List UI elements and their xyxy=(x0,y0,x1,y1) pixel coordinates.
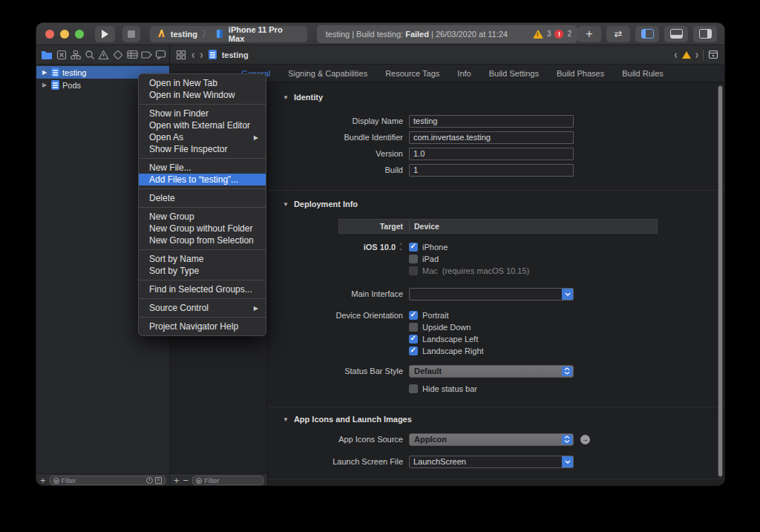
navigator-toggle-button[interactable] xyxy=(635,26,659,42)
debug-navigator-icon[interactable] xyxy=(127,47,138,62)
launch-screen-file-combo[interactable]: LaunchScreen xyxy=(409,456,574,468)
close-window-button[interactable] xyxy=(45,30,54,39)
menu-item-source-control[interactable]: Source Control▶ xyxy=(139,302,266,314)
hide-status-bar-checkbox-row[interactable]: Hide status bar xyxy=(409,383,477,395)
test-navigator-icon[interactable] xyxy=(113,47,124,62)
portrait-checkbox-row[interactable]: Portrait xyxy=(409,309,484,321)
landscape-left-checkbox-row[interactable]: Landscape Left xyxy=(409,333,484,345)
checkbox-checked-icon[interactable] xyxy=(409,243,418,252)
tab-signing-capabilities[interactable]: Signing & Capabilities xyxy=(288,69,367,78)
app-icons-section-header[interactable]: ▼ App Icons and Launch Images xyxy=(268,415,724,424)
add-file-button[interactable]: + xyxy=(40,476,46,485)
disclosure-triangle-icon[interactable]: ▶ xyxy=(42,82,48,88)
version-input[interactable]: 1.0 xyxy=(409,148,574,160)
add-editor-icon[interactable] xyxy=(708,50,718,59)
issue-warning-icon[interactable] xyxy=(682,51,691,59)
scheme-selector[interactable]: testing 〉 iPhone 11 Pro Max xyxy=(150,26,307,42)
warning-count: 3 xyxy=(547,30,551,38)
menu-item-sort-by-type[interactable]: Sort by Type xyxy=(139,265,266,277)
menu-item-add-files-to-testing[interactable]: Add Files to “testing”... xyxy=(139,174,266,185)
ios-version-stepper[interactable]: iOS 10.0 ⌃⌄ xyxy=(268,241,409,253)
menu-item-show-in-finder[interactable]: Show in Finder xyxy=(139,108,266,119)
checkbox-checked-icon[interactable] xyxy=(409,335,418,344)
main-interface-combo[interactable] xyxy=(409,288,574,301)
disclosure-triangle-icon[interactable]: ▼ xyxy=(283,416,289,423)
navigator-filter-input[interactable]: Filter xyxy=(50,476,166,485)
unsaved-files-icon[interactable] xyxy=(155,477,162,484)
build-input[interactable]: 1 xyxy=(409,164,574,177)
checkbox-icon[interactable] xyxy=(409,384,418,393)
menu-item-new-group[interactable]: New Group xyxy=(139,211,266,223)
source-control-navigator-icon[interactable] xyxy=(56,47,67,62)
iphone-checkbox-row[interactable]: iPhone xyxy=(409,241,529,253)
menu-item-sort-by-name[interactable]: Sort by Name xyxy=(139,253,266,265)
display-name-input[interactable]: testing xyxy=(409,115,574,128)
add-target-button[interactable]: + xyxy=(174,476,180,485)
stepper-icon[interactable]: ⌃⌄ xyxy=(399,244,403,250)
menu-item-open-as[interactable]: Open As▶ xyxy=(139,131,266,143)
menu-item-show-file-inspector[interactable]: Show File Inspector xyxy=(139,143,266,155)
tab-build-settings[interactable]: Build Settings xyxy=(489,69,539,78)
checkbox-icon[interactable] xyxy=(409,254,418,263)
goto-arrow-icon[interactable]: → xyxy=(580,435,590,444)
menu-item-find-in-selected-groups[interactable]: Find in Selected Groups... xyxy=(139,283,266,295)
vertical-scrollbar[interactable] xyxy=(718,85,723,477)
bundle-identifier-input[interactable]: com.invertase.testing xyxy=(409,131,574,144)
menu-item-open-in-new-window[interactable]: Open in New Window xyxy=(139,89,266,101)
debug-area-toggle-button[interactable] xyxy=(664,26,688,42)
issue-navigator-icon[interactable] xyxy=(98,47,109,62)
zoom-window-button[interactable] xyxy=(75,30,84,39)
symbol-navigator-icon[interactable] xyxy=(70,47,81,62)
menu-item-open-with-external-editor[interactable]: Open with External Editor xyxy=(139,119,266,131)
back-chevron-icon[interactable]: ‹ xyxy=(191,48,194,62)
stop-button[interactable] xyxy=(122,26,140,42)
breakpoint-navigator-icon[interactable] xyxy=(141,47,152,62)
issue-badges[interactable]: 3 ! 2 xyxy=(533,30,571,39)
run-button[interactable] xyxy=(95,26,115,42)
find-navigator-icon[interactable] xyxy=(84,47,95,62)
targets-filter-input[interactable]: Filter xyxy=(192,476,263,485)
menu-item-new-group-from-selection[interactable]: New Group from Selection xyxy=(139,234,266,246)
status-bar-style-popup[interactable]: Default xyxy=(409,365,574,378)
menu-item-delete[interactable]: Delete xyxy=(139,192,266,204)
disclosure-triangle-icon[interactable]: ▶ xyxy=(42,69,48,76)
remove-target-button[interactable]: − xyxy=(183,476,189,485)
minimize-window-button[interactable] xyxy=(60,30,69,39)
right-panel-icon xyxy=(699,29,712,39)
code-review-button[interactable]: ⇄ xyxy=(606,26,630,42)
recent-files-icon[interactable] xyxy=(146,477,153,484)
disclosure-triangle-icon[interactable]: ▼ xyxy=(283,94,289,101)
tab-build-phases[interactable]: Build Phases xyxy=(557,69,604,78)
deployment-section-header[interactable]: ▼ Deployment Info xyxy=(268,200,724,208)
checkbox-icon[interactable] xyxy=(409,323,418,332)
identity-section-header[interactable]: ▼ Identity xyxy=(268,93,724,102)
app-icons-source-popup[interactable]: AppIcon xyxy=(409,433,574,446)
jump-bar-file-name[interactable]: testing xyxy=(222,50,249,59)
disclosure-triangle-icon[interactable]: ▼ xyxy=(283,201,289,208)
report-navigator-icon[interactable] xyxy=(155,47,166,62)
tab-info[interactable]: Info xyxy=(457,69,471,78)
forward-chevron-icon[interactable]: › xyxy=(200,48,203,62)
status-text: testing | Build testing: Failed | 26/03/… xyxy=(326,30,508,39)
menu-item-project-navigator-help[interactable]: Project Navigator Help xyxy=(139,321,266,332)
ipad-checkbox-row[interactable]: iPad xyxy=(409,253,529,265)
library-add-button[interactable]: + xyxy=(577,26,601,42)
bottom-panel-icon xyxy=(670,29,683,39)
previous-issue-chevron-icon[interactable]: ‹ xyxy=(674,48,677,62)
landscape-right-checkbox-row[interactable]: Landscape Right xyxy=(409,345,484,357)
tab-resource-tags[interactable]: Resource Tags xyxy=(385,69,439,78)
mac-checkbox-row[interactable]: Mac (requires macOS 10.15) xyxy=(409,265,529,277)
checkbox-checked-icon[interactable] xyxy=(409,347,418,355)
inspector-toggle-button[interactable] xyxy=(693,26,717,42)
project-file-icon xyxy=(51,80,59,90)
upside-down-checkbox-row[interactable]: Upside Down xyxy=(409,321,484,333)
next-issue-chevron-icon[interactable]: › xyxy=(695,48,698,62)
activity-status[interactable]: testing | Build testing: Failed | 26/03/… xyxy=(317,25,577,43)
tab-build-rules[interactable]: Build Rules xyxy=(622,69,664,78)
menu-item-new-group-without-folder[interactable]: New Group without Folder xyxy=(139,223,266,234)
menu-item-new-file[interactable]: New File... xyxy=(139,162,266,174)
checkbox-checked-icon[interactable] xyxy=(409,311,418,320)
menu-item-open-in-new-tab[interactable]: Open in New Tab xyxy=(139,77,266,89)
related-items-icon[interactable] xyxy=(176,50,186,60)
project-navigator-icon[interactable] xyxy=(41,47,53,62)
